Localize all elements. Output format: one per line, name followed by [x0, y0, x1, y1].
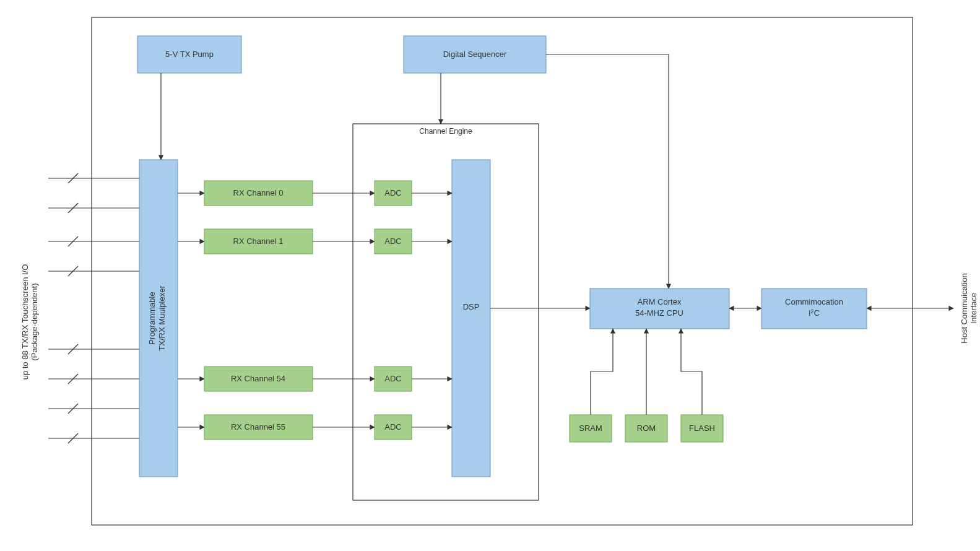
- mux-label-line1: Programmable: [147, 292, 157, 344]
- sram-label: SRAM: [579, 423, 602, 433]
- block-diagram: up to 88 TX/RX Touchscreen I/O (Package-…: [0, 0, 980, 551]
- left-label-line2: (Package-dependent): [30, 283, 39, 360]
- adc1-label: ADC: [384, 236, 401, 246]
- rom-label: ROM: [637, 423, 656, 433]
- comm-label-line1: Commimocation: [785, 297, 843, 306]
- comm-label-line2: I2C: [809, 308, 820, 318]
- adc54-label: ADC: [384, 374, 401, 383]
- adc55-label: ADC: [384, 422, 401, 432]
- left-label-line1: up to 88 TX/RX Touchscreen I/O: [20, 264, 30, 380]
- adc0-label: ADC: [384, 188, 401, 197]
- right-label-line2: Interface: [969, 293, 978, 324]
- chip-boundary: [92, 17, 913, 525]
- wire-sram-cpu: [591, 329, 613, 415]
- cpu-label-line1: ARM Cortex: [638, 297, 682, 306]
- right-label-line1: Host Commuication: [960, 273, 969, 343]
- wire-seq-cpu: [546, 54, 669, 289]
- wire-flash-cpu: [681, 329, 702, 415]
- external-io-lines: [48, 173, 139, 443]
- channel-engine-title: Channel Engine: [419, 127, 472, 136]
- digital-sequencer-label: Digital Sequencer: [443, 50, 507, 59]
- rx1-label: RX Channel 1: [233, 236, 284, 246]
- rx55-label: RX Channel 55: [231, 422, 285, 432]
- rx54-label: RX Channel 54: [231, 374, 285, 383]
- flash-label: FLASH: [689, 423, 715, 433]
- tx-pump-label: 5-V TX Pump: [165, 50, 214, 59]
- channel-engine-box: [353, 124, 539, 500]
- dsp-label: DSP: [463, 302, 480, 311]
- cpu-label-line2: 54-MHZ CPU: [635, 308, 683, 318]
- rx0-label: RX Channel 0: [233, 188, 284, 197]
- dsp-block: [452, 160, 490, 477]
- mux-label-line2: TX/RX Muuiplexer: [157, 285, 167, 351]
